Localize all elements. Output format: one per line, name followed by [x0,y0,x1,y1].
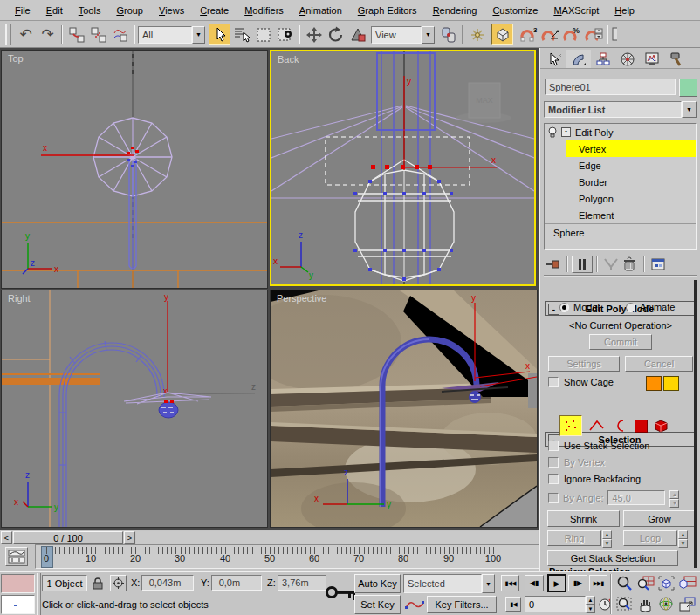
listener-splitter[interactable] [37,573,41,615]
make-unique-icon[interactable] [601,256,621,272]
selection-filter-arrow[interactable]: ▼ [192,26,205,44]
cage-selected-color-swatch[interactable] [663,376,679,391]
key-filter-dropdown[interactable]: Selected [403,574,482,593]
select-manipulate-button[interactable] [466,24,488,45]
stack-collapse-box[interactable]: - [561,127,571,137]
window-crossing-button[interactable] [274,24,296,45]
snaps-toggle-button[interactable]: 3 [517,24,539,45]
stack-row-sphere[interactable]: Sphere [545,223,696,241]
lightbulb-icon[interactable] [547,126,558,139]
tab-modify[interactable] [566,50,591,68]
radio-model[interactable]: Model [559,302,600,312]
toolbar-grip[interactable] [5,24,11,45]
coord-system-arrow[interactable]: ▼ [422,26,435,44]
get-stack-selection-button[interactable]: Get Stack Selection [547,550,678,566]
shrink-button[interactable]: Shrink [547,510,620,527]
show-cage-checkbox[interactable] [548,377,559,387]
stack-modifier-name[interactable]: Edit Poly [575,127,613,138]
maxscript-listener-pane[interactable] [1,595,35,614]
tab-create[interactable] [542,50,566,68]
viewport-back-active[interactable]: MAX y x [270,50,536,286]
menu-group[interactable]: Group [108,3,151,17]
key-filter-arrow[interactable]: ▼ [482,574,495,593]
macro-recorder-pane[interactable] [1,574,35,593]
pan-button[interactable] [636,596,655,612]
zoom-region-button[interactable] [615,596,634,612]
stack-row-edge[interactable]: Edge [566,157,696,174]
select-object-button[interactable] [209,24,230,45]
undo-button[interactable]: ↶ [15,24,37,45]
commit-button[interactable]: Commit [589,334,652,350]
rectangular-selection-region-button[interactable] [252,24,274,45]
viewport-perspective[interactable]: y x z x y Perspective [270,290,538,528]
right-viewport-canvas[interactable]: z y x z x y [2,290,267,527]
ring-spinner[interactable]: ▲▼ [602,530,612,546]
border-mode-icon[interactable] [612,418,629,434]
zoom-extents-button[interactable] [657,575,676,591]
menu-rendering[interactable]: Rendering [425,3,485,17]
coord-system-dropdown[interactable]: View [371,26,422,44]
key-filters-button[interactable]: Key Filters... [427,596,497,613]
tab-display[interactable] [640,50,664,68]
edge-mode-icon[interactable] [587,418,607,434]
by-angle-spinner[interactable]: ▲▼ [669,490,679,505]
select-by-name-button[interactable] [230,24,252,45]
tab-motion[interactable] [615,50,640,68]
menu-maxscript[interactable]: MAXScript [546,3,607,17]
grow-button[interactable]: Grow [623,510,696,527]
menu-create[interactable]: Create [192,3,237,17]
configure-modifier-sets-icon[interactable] [650,256,668,272]
tab-hierarchy[interactable] [591,50,615,68]
ignore-backfacing-checkbox[interactable] [548,474,559,484]
back-viewport-canvas[interactable]: MAX y x [271,51,534,284]
set-key-button[interactable]: Set Key [354,595,401,614]
current-frame-field[interactable]: 0 [525,596,586,612]
select-rotate-button[interactable] [325,24,347,45]
snaps-cube-toggle[interactable] [491,24,513,45]
menu-modifiers[interactable]: Modifiers [237,3,292,17]
by-angle-field[interactable]: 45,0 [607,490,665,505]
menu-graph-editors[interactable]: Graph Editors [350,3,425,17]
x-coord-field[interactable]: -0,043m [141,575,194,591]
object-name-field[interactable]: Sphere01 [545,79,676,95]
menu-tools[interactable]: Tools [71,3,109,17]
y-coord-field[interactable]: -0,0m [211,575,262,591]
stack-row-element[interactable]: Element [566,207,696,223]
object-color-swatch[interactable] [679,79,697,97]
tab-utilities[interactable] [664,50,689,68]
cancel-button[interactable]: Cancel [625,356,693,372]
select-scale-button[interactable] [347,24,368,45]
goto-end-button[interactable]: ▶▶▮ [589,575,607,591]
select-move-button[interactable] [303,24,325,45]
viewport-right[interactable]: z y x z x y Right [1,290,268,528]
angle-snap-button[interactable] [539,24,560,45]
menu-animation[interactable]: Animation [292,3,350,17]
loop-button[interactable]: Loop [623,530,677,546]
vertex-mode-button[interactable] [559,415,582,436]
stack-row-border[interactable]: Border [566,174,696,190]
stack-row-vertex[interactable]: Vertex [566,140,696,157]
polygon-mode-icon[interactable] [635,420,648,433]
z-coord-field[interactable]: 3,76m [278,575,326,591]
top-viewport-canvas[interactable]: x y z x [2,51,267,288]
cage-color-swatch[interactable] [646,376,662,391]
remove-modifier-icon[interactable] [621,256,638,272]
radio-animate[interactable]: Animate [626,302,675,312]
modifier-list-arrow[interactable]: ▼ [682,101,697,118]
play-button[interactable]: ▶ [547,574,566,592]
selection-lock-toggle[interactable] [91,576,105,591]
goto-start-button[interactable]: ▮◀◀ [501,575,519,591]
absolute-offset-toggle[interactable] [110,575,127,591]
arc-rotate-button[interactable] [657,596,676,612]
settings-button[interactable]: Settings [548,356,620,372]
loop-spinner[interactable]: ▲▼ [678,530,688,546]
zoom-extents-all-button[interactable] [678,575,697,591]
unlink-button[interactable] [87,24,109,45]
selection-filter-dropdown[interactable]: All [138,26,192,44]
viewport-top[interactable]: x y z x Top [1,50,268,289]
use-stack-selection-checkbox[interactable] [548,441,559,451]
zoom-all-button[interactable] [636,575,655,591]
redo-button[interactable]: ↷ [37,24,58,45]
percent-snap-button[interactable]: % [560,24,582,45]
auto-key-button[interactable]: Auto Key [354,574,401,593]
